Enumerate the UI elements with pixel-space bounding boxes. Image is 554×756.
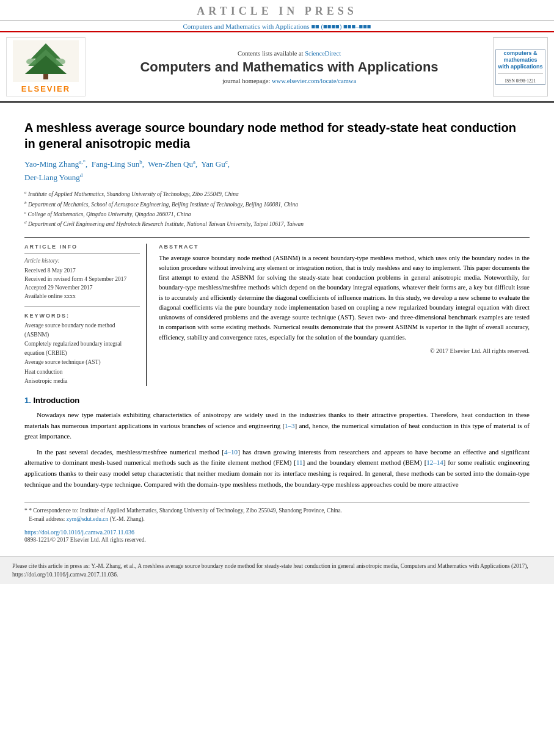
ref-12-14-link[interactable]: 12–14: [426, 459, 443, 466]
ref-4-10-link[interactable]: 4–10: [224, 448, 238, 456]
elsevier-tree-icon: [13, 40, 79, 82]
accepted-date: Accepted 29 November 2017: [24, 283, 140, 292]
sciencedirect-line: Contents lists available at ScienceDirec…: [238, 50, 341, 57]
journal-homepage-link[interactable]: www.elsevier.com/locate/camwa: [272, 78, 356, 84]
footnote-email-link[interactable]: zym@sdut.edu.cn: [67, 516, 108, 522]
svg-point-6: [56, 59, 65, 65]
section-title: Introduction: [33, 396, 79, 405]
author-1-sup: a,*: [79, 159, 86, 165]
doi-line[interactable]: https://doi.org/10.1016/j.camwa.2017.11.…: [24, 529, 530, 536]
author-4-sup: c: [225, 159, 228, 165]
footnote-star-symbol: *: [24, 507, 27, 514]
authors-line: Yao-Ming Zhanga,*, Fang-Ling Sunb, Wen-Z…: [24, 158, 530, 184]
journal-center-info: Contents lists available at ScienceDirec…: [92, 37, 487, 96]
article-info-abstract-section: ARTICLE INFO Article history: Received 8…: [24, 237, 530, 386]
abstract-copyright: © 2017 Elsevier Ltd. All rights reserved…: [159, 347, 530, 354]
received-date: Received 8 May 2017: [24, 266, 140, 275]
right-logo-title: computers &mathematicswith applications: [498, 50, 542, 70]
author-2-sup: b: [139, 159, 142, 165]
ref-11-link[interactable]: 11: [296, 459, 303, 466]
article-history-label: Article history:: [24, 258, 140, 264]
footnote-area: * * Correspondence to: Institute of Appl…: [24, 502, 530, 524]
elsevier-logo-left: ELSEVIER: [6, 37, 86, 96]
keyword-2: Completely regularized boundary integral…: [24, 340, 140, 358]
sciencedirect-link[interactable]: ScienceDirect: [305, 50, 341, 57]
article-in-press-banner: ARTICLE IN PRESS: [0, 0, 554, 21]
article-body: A meshless average source boundary node …: [0, 103, 554, 549]
keyword-1: Average source boundary node method (ASB…: [24, 321, 140, 340]
article-in-press-subline: Computers and Mathematics with Applicati…: [0, 21, 554, 32]
author-3-sup: a: [193, 159, 195, 165]
revised-date: Received in revised form 4 September 201…: [24, 275, 140, 283]
svg-point-5: [26, 59, 36, 65]
copyright-info: 0898-1221/© 2017 Elsevier Ltd. All right…: [24, 537, 530, 543]
abstract-label: ABSTRACT: [159, 244, 530, 250]
affiliations: a Institute of Applied Mathematics, Shan…: [24, 189, 530, 229]
elsevier-wordmark: ELSEVIER: [21, 84, 70, 93]
footnote-email: E-mail address: zym@sdut.edu.cn (Y.-M. Z…: [24, 515, 530, 523]
intro-paragraph-1: Nowadays new type materials exhibiting c…: [24, 410, 530, 442]
author-4: Yan Gu: [201, 159, 225, 169]
article-info-col: ARTICLE INFO Article history: Received 8…: [24, 244, 147, 386]
author-1: Yao-Ming Zhang: [24, 159, 79, 169]
right-logo-issn: ISSN 0898-1221: [505, 78, 536, 84]
author-2: Fang-Ling Sun: [92, 159, 139, 169]
ref-1-3-link[interactable]: 1–3: [285, 422, 295, 429]
introduction-heading: 1. Introduction: [24, 396, 530, 405]
right-logo-box: computers &mathematicswith applications …: [495, 49, 545, 85]
author-5: Der-Liang Young: [24, 173, 80, 182]
keyword-5: Anisotropic media: [24, 377, 140, 386]
abstract-text: The average source boundary node method …: [159, 253, 530, 343]
journal-homepage-line: journal homepage: www.elsevier.com/locat…: [222, 78, 356, 84]
intro-paragraph-2: In the past several decades, meshless/me…: [24, 447, 530, 490]
available-online: Available online xxxx: [24, 292, 140, 300]
journal-logo-right: computers &mathematicswith applications …: [493, 37, 548, 96]
cite-bar: Please cite this article in press as: Y.…: [0, 556, 554, 584]
journal-title: Computers and Mathematics with Applicati…: [140, 59, 438, 75]
keyword-3: Average source technique (AST): [24, 358, 140, 367]
article-info-label: ARTICLE INFO: [24, 244, 140, 250]
keyword-4: Heat conduction: [24, 368, 140, 377]
abstract-col: ABSTRACT The average source boundary nod…: [159, 244, 530, 386]
author-5-sup: d: [80, 172, 83, 178]
paper-title: A meshless average source boundary node …: [24, 120, 530, 151]
keywords-label: Keywords:: [24, 313, 140, 319]
section-number: 1.: [24, 396, 31, 405]
journal-header: ELSEVIER Contents lists available at Sci…: [0, 32, 554, 103]
footnote-star: * * Correspondence to: Institute of Appl…: [24, 506, 530, 515]
author-3: Wen-Zhen Qu: [148, 159, 193, 169]
